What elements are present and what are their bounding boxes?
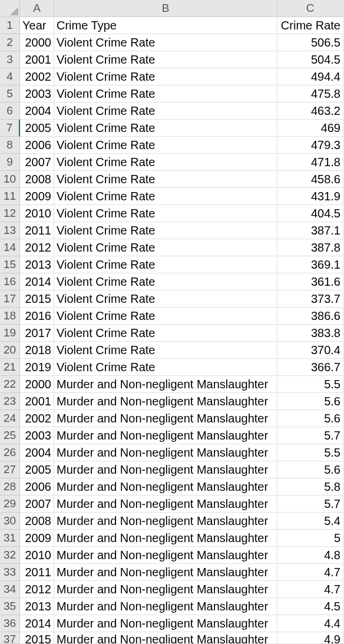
select-all-corner[interactable] xyxy=(0,0,20,17)
cell-crime-type[interactable]: Murder and Non-negligent Manslaughter xyxy=(54,530,277,547)
cell-year[interactable]: 2000 xyxy=(20,34,54,51)
cell-crime-rate[interactable]: 479.3 xyxy=(277,137,343,154)
cell-crime-rate[interactable]: 5.5 xyxy=(277,376,343,393)
row-header[interactable]: 3 xyxy=(0,51,20,68)
row-header[interactable]: 35 xyxy=(0,598,20,615)
row-header[interactable]: 36 xyxy=(0,615,20,632)
header-cell-crime-rate[interactable]: Crime Rate xyxy=(277,17,343,34)
column-header-a[interactable]: A xyxy=(20,0,54,17)
cell-crime-type[interactable]: Violent Crime Rate xyxy=(54,51,277,68)
row-header[interactable]: 24 xyxy=(0,410,20,427)
cell-crime-rate[interactable]: 4.7 xyxy=(277,564,343,581)
row-header[interactable]: 17 xyxy=(0,290,20,308)
cell-crime-rate[interactable]: 5 xyxy=(277,530,343,547)
cell-crime-rate[interactable]: 5.6 xyxy=(277,393,343,410)
cell-year[interactable]: 2008 xyxy=(20,513,54,530)
cell-crime-type[interactable]: Murder and Non-negligent Manslaughter xyxy=(54,444,277,461)
row-header[interactable]: 20 xyxy=(0,342,20,359)
cell-crime-rate[interactable]: 4.5 xyxy=(277,598,343,615)
cell-year[interactable]: 2005 xyxy=(20,120,54,137)
cell-crime-rate[interactable]: 373.7 xyxy=(277,290,343,308)
cell-year[interactable]: 2014 xyxy=(20,615,54,632)
cell-crime-rate[interactable]: 463.2 xyxy=(277,103,343,120)
cell-year[interactable]: 2007 xyxy=(20,496,54,513)
cell-year[interactable]: 2002 xyxy=(20,410,54,427)
row-header[interactable]: 23 xyxy=(0,393,20,410)
cell-crime-type[interactable]: Murder and Non-negligent Manslaughter xyxy=(54,598,277,615)
cell-crime-rate[interactable]: 387.8 xyxy=(277,239,343,256)
cell-crime-rate[interactable]: 5.4 xyxy=(277,513,343,530)
header-cell-crime-type[interactable]: Crime Type xyxy=(54,17,277,34)
cell-crime-type[interactable]: Violent Crime Rate xyxy=(54,120,277,137)
cell-year[interactable]: 2012 xyxy=(20,239,54,256)
cell-year[interactable]: 2009 xyxy=(20,530,54,547)
cell-crime-rate[interactable]: 506.5 xyxy=(277,34,343,51)
cell-year[interactable]: 2011 xyxy=(20,222,54,239)
cell-crime-rate[interactable]: 386.6 xyxy=(277,308,343,325)
cell-crime-rate[interactable]: 361.6 xyxy=(277,273,343,290)
cell-year[interactable]: 2010 xyxy=(20,547,54,564)
cell-crime-rate[interactable]: 5.8 xyxy=(277,478,343,496)
cell-crime-type[interactable]: Murder and Non-negligent Manslaughter xyxy=(54,393,277,410)
row-header[interactable]: 21 xyxy=(0,359,20,376)
cell-year[interactable]: 2007 xyxy=(20,154,54,171)
cell-crime-type[interactable]: Violent Crime Rate xyxy=(54,154,277,171)
row-header[interactable]: 14 xyxy=(0,239,20,256)
cell-crime-type[interactable]: Violent Crime Rate xyxy=(54,273,277,290)
cell-crime-rate[interactable]: 504.5 xyxy=(277,51,343,68)
cell-year[interactable]: 2006 xyxy=(20,137,54,154)
cell-year[interactable]: 2003 xyxy=(20,85,54,103)
header-cell-year[interactable]: Year xyxy=(20,17,54,34)
row-header[interactable]: 13 xyxy=(0,222,20,239)
cell-crime-type[interactable]: Violent Crime Rate xyxy=(54,103,277,120)
cell-crime-type[interactable]: Violent Crime Rate xyxy=(54,308,277,325)
row-header[interactable]: 19 xyxy=(0,325,20,342)
row-header[interactable]: 25 xyxy=(0,427,20,444)
row-header[interactable]: 33 xyxy=(0,564,20,581)
row-header[interactable]: 7 xyxy=(0,120,20,137)
row-header[interactable]: 2 xyxy=(0,34,20,51)
cell-crime-type[interactable]: Murder and Non-negligent Manslaughter xyxy=(54,513,277,530)
cell-crime-rate[interactable]: 5.6 xyxy=(277,461,343,478)
cell-crime-type[interactable]: Murder and Non-negligent Manslaughter xyxy=(54,581,277,598)
cell-crime-type[interactable]: Violent Crime Rate xyxy=(54,171,277,188)
cell-year[interactable]: 2001 xyxy=(20,51,54,68)
cell-crime-rate[interactable]: 471.8 xyxy=(277,154,343,171)
cell-year[interactable]: 2008 xyxy=(20,171,54,188)
cell-crime-type[interactable]: Murder and Non-negligent Manslaughter xyxy=(54,615,277,632)
cell-crime-type[interactable]: Violent Crime Rate xyxy=(54,85,277,103)
row-header[interactable]: 18 xyxy=(0,308,20,325)
cell-crime-type[interactable]: Murder and Non-negligent Manslaughter xyxy=(54,410,277,427)
row-header[interactable]: 27 xyxy=(0,461,20,478)
cell-crime-rate[interactable]: 4.9 xyxy=(277,632,343,644)
cell-crime-rate[interactable]: 5.7 xyxy=(277,496,343,513)
cell-year[interactable]: 2019 xyxy=(20,359,54,376)
cell-crime-rate[interactable]: 5.5 xyxy=(277,444,343,461)
cell-year[interactable]: 2001 xyxy=(20,393,54,410)
row-header[interactable]: 22 xyxy=(0,376,20,393)
row-header[interactable]: 29 xyxy=(0,496,20,513)
cell-year[interactable]: 2000 xyxy=(20,376,54,393)
row-header[interactable]: 8 xyxy=(0,137,20,154)
row-header[interactable]: 1 xyxy=(0,17,20,34)
cell-crime-type[interactable]: Violent Crime Rate xyxy=(54,325,277,342)
cell-crime-type[interactable]: Violent Crime Rate xyxy=(54,188,277,205)
cell-crime-type[interactable]: Murder and Non-negligent Manslaughter xyxy=(54,632,277,644)
cell-crime-type[interactable]: Violent Crime Rate xyxy=(54,342,277,359)
cell-crime-rate[interactable]: 494.4 xyxy=(277,68,343,85)
cell-crime-rate[interactable]: 458.6 xyxy=(277,171,343,188)
cell-year[interactable]: 2011 xyxy=(20,564,54,581)
cell-crime-type[interactable]: Violent Crime Rate xyxy=(54,205,277,222)
row-header[interactable]: 10 xyxy=(0,171,20,188)
row-header[interactable]: 11 xyxy=(0,188,20,205)
cell-year[interactable]: 2006 xyxy=(20,478,54,496)
cell-crime-rate[interactable]: 387.1 xyxy=(277,222,343,239)
spreadsheet-grid[interactable]: ABC1YearCrime TypeCrime Rate22000Violent… xyxy=(0,0,344,644)
cell-year[interactable]: 2004 xyxy=(20,103,54,120)
row-header[interactable]: 5 xyxy=(0,85,20,103)
column-header-b[interactable]: B xyxy=(54,0,277,17)
row-header[interactable]: 31 xyxy=(0,530,20,547)
cell-crime-type[interactable]: Murder and Non-negligent Manslaughter xyxy=(54,547,277,564)
column-header-c[interactable]: C xyxy=(277,0,343,17)
cell-year[interactable]: 2002 xyxy=(20,68,54,85)
